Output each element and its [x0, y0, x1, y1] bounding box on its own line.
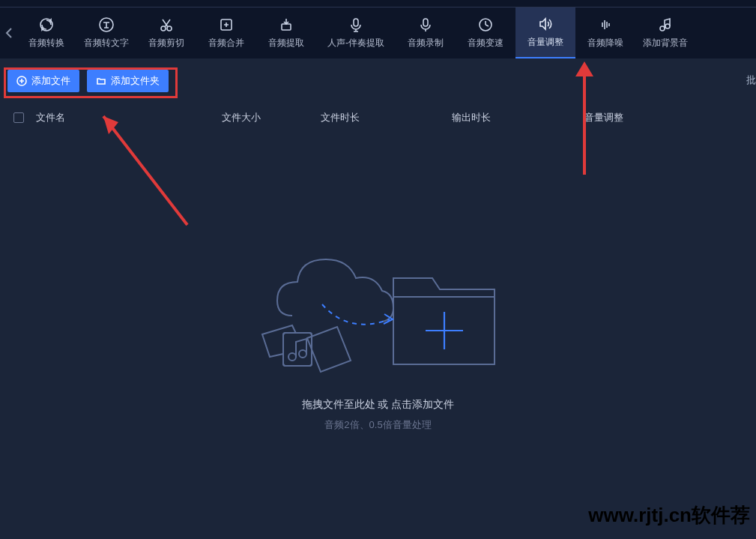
tool-volume-adjust[interactable]: 音量调整 [515, 7, 575, 58]
tool-audio-speed[interactable]: 音频变速 [456, 7, 515, 58]
tool-audio-to-text[interactable]: 音频转文字 [76, 7, 136, 58]
tool-label: 音频提取 [268, 37, 304, 49]
text-icon [98, 16, 115, 33]
svg-point-9 [660, 26, 665, 31]
col-volume: 音量调整 [584, 111, 697, 124]
bgsound-icon [657, 16, 674, 33]
drop-zone[interactable]: 拖拽文件至此处 或 点击添加文件 音频2倍、0.5倍音量处理 [0, 132, 756, 522]
col-duration: 文件时长 [321, 111, 452, 124]
tool-audio-extract[interactable]: 音频提取 [256, 7, 316, 58]
volume-icon [537, 16, 554, 32]
tool-label: 音频转换 [28, 37, 64, 49]
watermark: www.rjtj.cn软件荐 [588, 502, 750, 529]
col-filename: 文件名 [36, 111, 222, 124]
tool-audio-merge[interactable]: 音频合并 [196, 7, 256, 58]
col-outduration: 输出时长 [452, 111, 584, 124]
record-icon [417, 16, 434, 33]
svg-rect-5 [282, 24, 291, 30]
empty-illustration [244, 229, 513, 387]
tool-noise-reduce[interactable]: 音频降噪 [575, 7, 635, 58]
tool-label: 人声-伴奏提取 [327, 37, 384, 49]
tool-label: 音频录制 [408, 37, 444, 49]
svg-point-10 [665, 24, 670, 28]
batch-label: 批 [746, 73, 756, 87]
back-button[interactable] [1, 7, 16, 58]
tool-label: 音频变速 [468, 37, 504, 49]
select-all-checkbox[interactable] [13, 112, 24, 123]
tool-label: 音频转文字 [84, 37, 129, 49]
extract-icon [278, 16, 294, 33]
add-file-button[interactable]: 添加文件 [7, 70, 79, 92]
table-header: 文件名 文件大小 文件时长 输出时长 音量调整 [0, 103, 756, 132]
svg-rect-7 [423, 19, 428, 26]
tool-label: 音频降噪 [587, 37, 623, 49]
button-label: 添加文件夹 [111, 74, 160, 88]
add-folder-button[interactable]: 添加文件夹 [87, 70, 169, 92]
tool-label: 音频合并 [208, 37, 244, 49]
refresh-icon [38, 16, 55, 33]
main-toolbar: 音频转换 音频转文字 音频剪切 音频合并 音频提取 人声-伴奏提取 [0, 7, 756, 58]
tool-audio-convert[interactable]: 音频转换 [16, 7, 76, 58]
action-bar: 添加文件 添加文件夹 批 [0, 58, 756, 103]
tool-label: 添加背景音 [643, 37, 688, 49]
tool-audio-record[interactable]: 音频录制 [396, 7, 456, 58]
col-filesize: 文件大小 [222, 111, 321, 124]
tool-audio-cut[interactable]: 音频剪切 [136, 7, 196, 58]
tool-add-bgm[interactable]: 添加背景音 [635, 7, 695, 58]
button-label: 添加文件 [31, 74, 70, 88]
tool-label: 音量调整 [527, 36, 563, 49]
denoise-icon [597, 16, 614, 33]
speed-icon [477, 16, 494, 33]
empty-main-text: 拖拽文件至此处 或 点击添加文件 [0, 398, 756, 412]
tool-label: 音频剪切 [148, 37, 184, 49]
merge-icon [218, 16, 235, 33]
mic-icon [348, 16, 364, 33]
scissors-icon [158, 16, 175, 33]
empty-sub-text: 音频2倍、0.5倍音量处理 [0, 418, 756, 432]
tool-vocal-extract[interactable]: 人声-伴奏提取 [316, 7, 396, 58]
svg-rect-6 [354, 19, 358, 26]
